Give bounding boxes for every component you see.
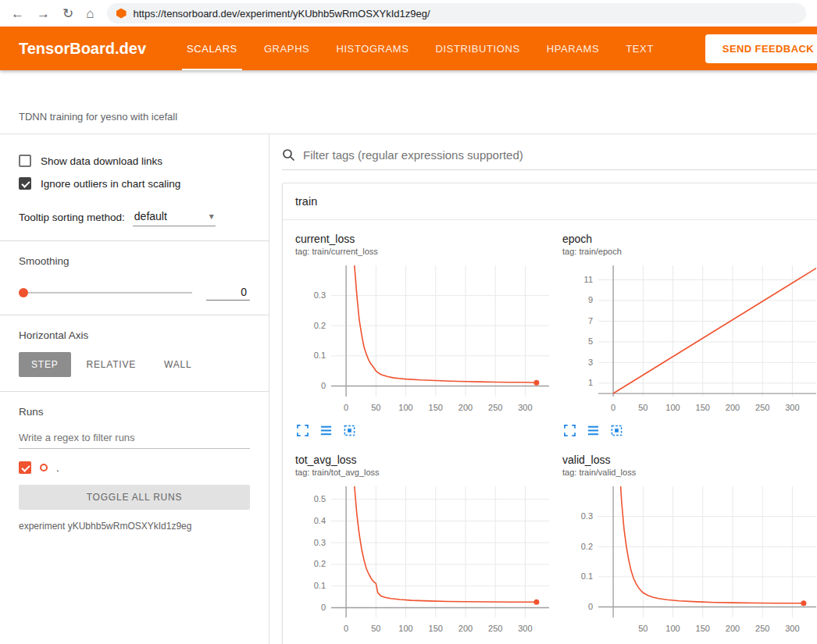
tab-text[interactable]: TEXT — [626, 27, 654, 70]
svg-text:0.3: 0.3 — [314, 290, 326, 300]
svg-text:0: 0 — [321, 381, 326, 390]
divider — [0, 391, 269, 392]
tooltip-sorting-label: Tooltip sorting method: — [19, 212, 125, 223]
tab-hparams[interactable]: HPARAMS — [547, 27, 600, 70]
app-header: TensorBoard.dev SCALARS GRAPHS HISTOGRAM… — [0, 27, 817, 70]
section-header-train[interactable]: train — [283, 183, 817, 220]
svg-text:0: 0 — [321, 603, 326, 612]
svg-text:0.1: 0.1 — [314, 581, 326, 590]
fit-domain-icon[interactable] — [611, 425, 623, 436]
chart-card-tot-avg-loss: tot_avg_loss tag: train/tot_avg_loss 050… — [295, 454, 555, 644]
svg-text:50: 50 — [638, 403, 648, 412]
svg-text:150: 150 — [696, 403, 710, 412]
chart-card-epoch: epoch tag: train/epoch 05010015020025030… — [562, 233, 817, 436]
fit-domain-icon[interactable] — [344, 425, 355, 436]
svg-text:200: 200 — [458, 403, 473, 412]
address-bar[interactable]: https://tensorboard.dev/experiment/yKUbh… — [107, 3, 806, 23]
smoothing-value-input[interactable] — [206, 284, 250, 301]
svg-text:250: 250 — [755, 624, 769, 633]
svg-text:50: 50 — [371, 403, 380, 412]
chart-title: valid_loss — [562, 454, 817, 466]
chart-tag: tag: train/tot_avg_loss — [295, 468, 555, 477]
nav-tabs: SCALARS GRAPHS HISTOGRAMS DISTRIBUTIONS … — [187, 27, 654, 70]
chart-tag: tag: train/current_loss — [295, 247, 555, 256]
svg-text:0.3: 0.3 — [581, 511, 593, 521]
chart-actions — [295, 425, 555, 436]
chart-card-current-loss: current_loss tag: train/current_loss 050… — [295, 233, 555, 436]
show-download-links-checkbox[interactable] — [19, 155, 31, 167]
home-icon[interactable]: ⌂ — [86, 7, 94, 20]
run-row: . — [19, 461, 250, 474]
tab-histograms[interactable]: HISTOGRAMS — [336, 27, 408, 70]
axis-wall-button[interactable]: WALL — [152, 352, 204, 377]
send-feedback-button[interactable]: SEND FEEDBACK — [705, 34, 817, 63]
svg-text:0.5: 0.5 — [314, 494, 326, 503]
horizontal-axis-label: Horizontal Axis — [19, 329, 250, 341]
svg-text:0.2: 0.2 — [314, 559, 326, 568]
svg-text:150: 150 — [429, 403, 443, 412]
forward-icon[interactable]: → — [37, 7, 50, 20]
svg-text:200: 200 — [726, 403, 740, 412]
charts-grid: current_loss tag: train/current_loss 050… — [283, 220, 817, 644]
svg-text:100: 100 — [665, 624, 680, 633]
run-checkbox[interactable] — [19, 461, 31, 474]
line-chart-valid-loss[interactable]: 5010015020025030000.10.20.3 — [562, 483, 817, 641]
svg-text:300: 300 — [518, 624, 532, 633]
svg-text:0: 0 — [588, 602, 593, 611]
app-title[interactable]: TensorBoard.dev — [19, 40, 146, 58]
ignore-outliers-checkbox[interactable] — [19, 177, 31, 190]
tooltip-sorting-value: default — [134, 210, 167, 222]
svg-text:0.2: 0.2 — [581, 542, 593, 551]
toggle-y-axis-icon[interactable] — [320, 425, 332, 436]
run-name: . — [56, 462, 59, 474]
svg-text:7: 7 — [588, 316, 593, 326]
svg-text:100: 100 — [398, 624, 412, 633]
tooltip-sorting-select[interactable]: default ▾ — [133, 208, 216, 226]
svg-text:150: 150 — [429, 624, 443, 633]
tag-filter-input[interactable] — [303, 148, 817, 162]
svg-text:300: 300 — [785, 403, 799, 412]
svg-text:5: 5 — [588, 336, 593, 346]
toggle-all-runs-button[interactable]: TOGGLE ALL RUNS — [19, 485, 250, 510]
chart-title: tot_avg_loss — [295, 454, 555, 466]
divider — [0, 240, 269, 241]
tab-distributions[interactable]: DISTRIBUTIONS — [436, 27, 520, 70]
chart-actions — [562, 425, 817, 436]
search-icon — [282, 148, 295, 162]
smoothing-slider[interactable] — [19, 292, 192, 294]
back-icon[interactable]: ← — [11, 7, 24, 20]
browser-toolbar: ← → ↻ ⌂ https://tensorboard.dev/experime… — [0, 0, 817, 27]
expand-chart-icon[interactable] — [564, 425, 576, 436]
line-chart-current-loss[interactable]: 05010015020025030000.10.20.3 — [295, 262, 555, 420]
svg-text:150: 150 — [696, 624, 710, 633]
toggle-y-axis-icon[interactable] — [587, 425, 599, 436]
train-section-card: train current_loss tag: train/current_lo… — [282, 183, 817, 644]
settings-sidebar: Show data download links Ignore outliers… — [0, 134, 269, 644]
smoothing-label: Smoothing — [19, 255, 250, 267]
chart-title: current_loss — [295, 233, 555, 245]
svg-text:3: 3 — [588, 358, 593, 367]
runs-label: Runs — [19, 406, 250, 418]
chart-title: epoch — [562, 233, 817, 245]
runs-filter-input[interactable] — [19, 427, 250, 449]
svg-text:300: 300 — [518, 403, 532, 412]
reload-icon[interactable]: ↻ — [62, 7, 73, 20]
tab-scalars[interactable]: SCALARS — [187, 27, 237, 70]
line-chart-epoch[interactable]: 0501001502002503001357911 — [562, 262, 817, 420]
axis-step-button[interactable]: STEP — [19, 352, 71, 377]
url-text: https://tensorboard.dev/experiment/yKUbh… — [134, 8, 430, 20]
svg-text:250: 250 — [488, 624, 502, 633]
svg-text:0.3: 0.3 — [314, 538, 326, 547]
svg-text:9: 9 — [588, 295, 593, 304]
show-download-links-label: Show data download links — [41, 155, 162, 167]
svg-text:0.1: 0.1 — [314, 350, 326, 360]
expand-chart-icon[interactable] — [297, 425, 309, 436]
content: Show data download links Ignore outliers… — [0, 134, 817, 644]
run-color-icon — [40, 464, 48, 471]
line-chart-tot-avg-loss[interactable]: 05010015020025030000.10.20.30.40.5 — [295, 483, 555, 641]
axis-relative-button[interactable]: RELATIVE — [74, 352, 149, 377]
tab-graphs[interactable]: GRAPHS — [264, 27, 310, 70]
slider-thumb[interactable] — [19, 288, 28, 297]
experiment-caption: experiment yKUbhb5wRmOSXYkId1z9eg — [19, 521, 250, 532]
svg-text:0.1: 0.1 — [581, 571, 593, 581]
